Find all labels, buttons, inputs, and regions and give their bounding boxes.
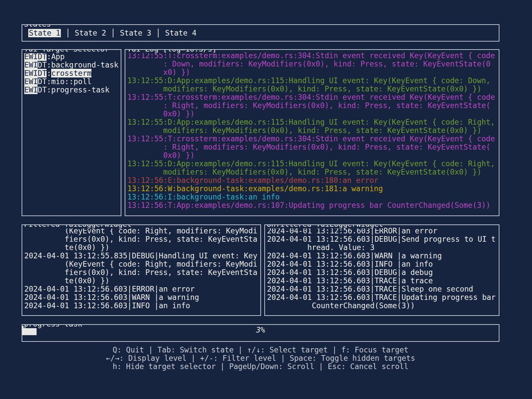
filtered-log-line: 2024-04-01 13:12:55.835|DEBUG|Handling U… [24, 251, 257, 260]
log-line: x0) }) [127, 68, 190, 76]
filtered-logger-title: Filtered TuiLoggerWidget [24, 224, 133, 228]
unfiltered-log-line: 2024-04-01 13:12:56.603|TRACE|a trace [267, 276, 433, 285]
filtered-log-line: fiers(0x0), kind: Press, state: KeyEvent… [24, 235, 257, 243]
target-selector-title: Tui Target Selector [24, 49, 110, 53]
unfiltered-log-line: 2024-04-01 13:12:56.603|WARN |a warning [267, 251, 442, 260]
tui-log-title: Tui Log [log=16.3/s] [127, 49, 218, 53]
filtered-log-line: te(0x0) }) [24, 276, 109, 285]
log-line: 13:12:55:T:crossterm:examples/demo.rs:30… [127, 134, 495, 143]
target-separator: : [47, 61, 51, 69]
target-separator: : [47, 52, 51, 61]
help-line: ←/→: Display level | +/-: Filter level |… [22, 354, 499, 362]
tab-state-3[interactable]: State 3 [120, 29, 151, 37]
unfiltered-logger-panel: Unfiltered TuiLoggerWidget 2024-04-01 13… [264, 224, 499, 316]
log-line: 13:12:55:D:App:examples/demo.rs:115:Hand… [127, 118, 495, 126]
unfiltered-log-line: 2024-04-01 13:12:56.603|INFO |an info [267, 260, 433, 268]
unfiltered-logger-title: Unfiltered TuiLoggerWidget [266, 224, 384, 228]
target-name: crossterm [51, 69, 91, 77]
tab-divider: │ [111, 29, 115, 37]
target-name: App [51, 52, 65, 61]
log-line: : Down, modifiers: KeyModifiers(0x0), ki… [127, 60, 490, 68]
log-line: : Right, modifiers: KeyModifiers(0x0), k… [127, 143, 490, 151]
target-list: EWIDT:AppEWIDT:background-taskEWIDT:cros… [22, 50, 121, 94]
tab-state-2[interactable]: State 2 [75, 29, 106, 37]
unfiltered-log-line: 2024-04-01 13:12:56.603|DEBUG|a debug [267, 268, 433, 277]
target-row-background-task[interactable]: EWIDT:background-task [24, 61, 121, 69]
tab-divider: │ [66, 29, 70, 37]
filtered-log-line: (KeyEvent { code: Right, modifiers: KeyM… [24, 260, 257, 268]
filtered-logger-panel: Filtered TuiLoggerWidget (KeyEvent { cod… [22, 224, 261, 316]
progress-task-title: progress-task [24, 324, 83, 328]
filtered-log-line: te(0x0) }) [24, 243, 109, 252]
help-line: h: Hide target selector | PageUp/Down: S… [22, 362, 499, 371]
target-name: mio::poll [51, 77, 91, 86]
progress-gauge-label: 3% [22, 326, 499, 334]
target-row-progress-task[interactable]: EWIDT:progress-task [24, 86, 121, 94]
filtered-log-line: 2024-04-01 13:12:56.603|INFO |an info [24, 301, 190, 310]
tab-state-1[interactable]: State 1 [28, 29, 61, 37]
levels-enabled: EWI [24, 85, 38, 94]
unfiltered-log-line: hread. Value: 3 [267, 243, 375, 252]
levels-disabled: DT [38, 61, 47, 69]
levels-enabled: EWI [24, 61, 38, 69]
log-line: 13:12:55:T:crossterm:examples/demo.rs:30… [127, 93, 495, 101]
log-line: 0x0) }) [127, 151, 195, 160]
tui-log-lines[interactable]: 13:12:55:T:crossterm:examples/demo.rs:30… [125, 50, 499, 209]
target-name: progress-task [51, 85, 109, 94]
levels-enabled: EWIDT [24, 69, 47, 77]
help-line: Q: Quit | Tab: Switch state | ↑/↓: Selec… [22, 346, 499, 354]
unfiltered-log-line: 2024-04-01 13:12:56.603|DEBUG|Send progr… [267, 235, 496, 243]
target-separator: : [47, 77, 51, 86]
unfiltered-log-line: 2024-04-01 13:12:56.603|TRACE|Sleep one … [267, 285, 473, 293]
target-row-crossterm[interactable]: EWIDT:crossterm [24, 69, 121, 77]
tui-log-panel: Tui Log [log=16.3/s] 13:12:55:T:crosster… [125, 49, 499, 216]
log-line: 13:12:55:D:App:examples/demo.rs:115:Hand… [127, 159, 495, 168]
log-line: 13:12:55:D:App:examples/demo.rs:115:Hand… [127, 76, 490, 85]
log-line: modifiers: KeyModifiers(0x0), kind: Pres… [127, 168, 481, 176]
progress-task-panel: progress-task 3% [22, 324, 499, 342]
log-line: 13:12:56:E:background-task:examples/demo… [127, 176, 378, 185]
unfiltered-log-line: CounterChanged(Some(3)) [267, 301, 415, 310]
filtered-log-line: 2024-04-01 13:12:56.603|ERROR|an error [24, 285, 195, 293]
filtered-log-line: 2024-04-01 13:12:56.603|WARN |a warning [24, 293, 199, 302]
target-selector-panel: Tui Target Selector EWIDT:AppEWIDT:backg… [22, 49, 121, 216]
tab-divider: │ [156, 29, 160, 37]
log-line: 13:12:56:T:App:examples/demo.rs:107:Upda… [127, 201, 490, 209]
filtered-log-line: fiers(0x0), kind: Press, state: KeyEvent… [24, 268, 257, 277]
target-separator: : [47, 69, 51, 77]
levels-disabled: DT [38, 77, 47, 86]
target-name: background-task [51, 61, 118, 69]
log-line: 0x0) }) [127, 109, 195, 118]
filtered-logger-lines[interactable]: (KeyEvent { code: Right, modifiers: KeyM… [22, 225, 260, 310]
tab-state-4[interactable]: State 4 [165, 29, 197, 37]
state-tabs: State 1│State 2│State 3│State 4 [22, 25, 499, 41]
states-panel-title: States [24, 24, 52, 28]
levels-enabled: EWIDT [24, 52, 47, 61]
log-line: : Right, modifiers: KeyModifiers(0x0), k… [127, 101, 490, 110]
log-line: modifiers: KeyModifiers(0x0), kind: Pres… [127, 126, 481, 135]
target-row-mio-poll[interactable]: EWIDT:mio::poll [24, 77, 121, 86]
log-line: 13:12:56:W:background-task:examples/demo… [127, 184, 383, 193]
log-line: modifiers: KeyModifiers(0x0), kind: Pres… [127, 84, 481, 93]
levels-disabled: DT [38, 85, 47, 94]
unfiltered-logger-lines[interactable]: 2024-04-01 13:12:56.603|ERROR|an error 2… [265, 225, 499, 310]
levels-enabled: EWI [24, 77, 38, 86]
help-text: Q: Quit | Tab: Switch state | ↑/↓: Selec… [22, 346, 499, 371]
unfiltered-log-line: 2024-04-01 13:12:56.603|TRACE|Updating p… [267, 293, 496, 302]
progress-gauge: 3% [22, 325, 499, 341]
states-panel: States State 1│State 2│State 3│State 4 [22, 24, 499, 42]
log-line: 13:12:56:I:background-task:an info [127, 193, 280, 201]
target-separator: : [47, 85, 51, 94]
target-row-App[interactable]: EWIDT:App [24, 53, 121, 61]
